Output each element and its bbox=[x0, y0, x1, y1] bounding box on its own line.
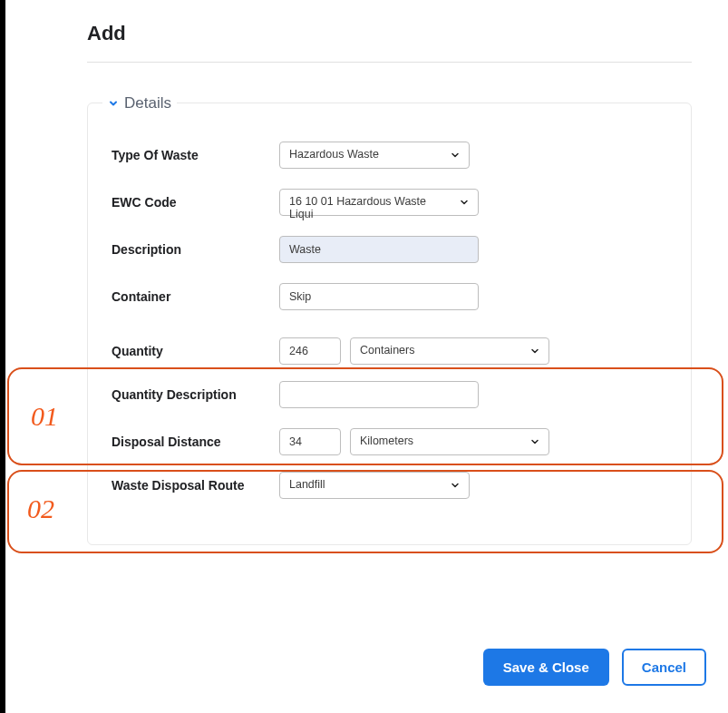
label-quantity-desc: Quantity Description bbox=[112, 387, 279, 402]
page-container: Add Details Type Of Waste Hazardous Wast… bbox=[5, 0, 728, 713]
panel-header-label: Details bbox=[124, 94, 171, 112]
label-type-of-waste: Type Of Waste bbox=[112, 148, 279, 162]
title-divider bbox=[87, 62, 692, 63]
disposal-distance-group: Kilometers bbox=[279, 428, 549, 455]
row-disposal-route: Waste Disposal Route Landfill bbox=[112, 472, 667, 499]
select-disposal-route[interactable]: Landfill bbox=[279, 472, 470, 499]
input-description[interactable] bbox=[279, 236, 479, 263]
input-disposal-distance[interactable] bbox=[279, 428, 341, 455]
select-ewc-code[interactable]: 16 10 01 Hazardous Waste Liqui bbox=[279, 189, 479, 216]
select-wrap-disposal-unit: Kilometers bbox=[350, 428, 549, 455]
save-and-close-button[interactable]: Save & Close bbox=[483, 649, 609, 686]
row-type-of-waste: Type Of Waste Hazardous Waste bbox=[112, 142, 667, 169]
select-wrap-type-of-waste: Hazardous Waste bbox=[279, 142, 470, 169]
label-description: Description bbox=[112, 242, 279, 257]
details-panel: Details Type Of Waste Hazardous Waste EW… bbox=[87, 103, 692, 545]
row-disposal-distance: Disposal Distance Kilometers bbox=[112, 428, 667, 455]
chevron-down-icon bbox=[108, 98, 119, 109]
form-body: Type Of Waste Hazardous Waste EWC Code 1… bbox=[112, 142, 667, 499]
panel-header[interactable]: Details bbox=[102, 94, 177, 112]
input-quantity[interactable] bbox=[279, 337, 341, 365]
row-quantity: Quantity Containers bbox=[112, 337, 667, 365]
input-container[interactable] bbox=[279, 283, 479, 310]
select-quantity-unit[interactable]: Containers bbox=[350, 337, 549, 365]
select-type-of-waste[interactable]: Hazardous Waste bbox=[279, 142, 470, 169]
footer-actions: Save & Close Cancel bbox=[483, 649, 706, 686]
quantity-group: Containers bbox=[279, 337, 549, 365]
select-wrap-ewc-code: 16 10 01 Hazardous Waste Liqui bbox=[279, 189, 479, 216]
page-title: Add bbox=[87, 22, 692, 45]
select-wrap-disposal-route: Landfill bbox=[279, 472, 470, 499]
select-wrap-quantity-unit: Containers bbox=[350, 337, 549, 365]
select-disposal-unit[interactable]: Kilometers bbox=[350, 428, 549, 455]
input-quantity-desc[interactable] bbox=[279, 381, 479, 408]
cancel-button[interactable]: Cancel bbox=[622, 649, 706, 686]
label-disposal-distance: Disposal Distance bbox=[112, 435, 279, 449]
row-description: Description bbox=[112, 236, 667, 263]
label-quantity: Quantity bbox=[112, 344, 279, 358]
label-disposal-route: Waste Disposal Route bbox=[112, 478, 279, 493]
row-quantity-desc: Quantity Description bbox=[112, 381, 667, 408]
label-container: Container bbox=[112, 289, 279, 304]
row-ewc-code: EWC Code 16 10 01 Hazardous Waste Liqui bbox=[112, 189, 667, 216]
row-container: Container bbox=[112, 283, 667, 310]
label-ewc-code: EWC Code bbox=[112, 195, 279, 210]
